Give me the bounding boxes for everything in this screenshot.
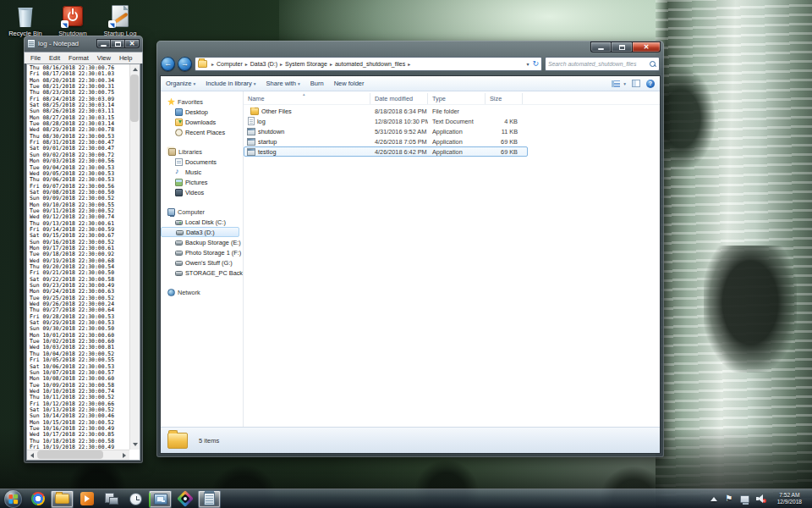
scroll-left-icon[interactable] xyxy=(27,450,37,461)
nav-item-documents[interactable]: Documents xyxy=(161,157,243,167)
explorer-titlebar[interactable]: ✕ xyxy=(156,41,664,52)
action-center-icon[interactable]: ⚑ xyxy=(724,494,734,504)
column-header-type[interactable]: Type xyxy=(428,93,486,104)
items-count: 5 items xyxy=(199,437,219,444)
taskbar-notepad-button[interactable] xyxy=(198,490,221,508)
nav-item-desktop[interactable]: Desktop xyxy=(161,107,243,117)
minimize-button[interactable] xyxy=(590,41,612,52)
chevron-right-icon[interactable]: ▸ xyxy=(405,61,413,67)
file-row-testlog[interactable]: testlog 4/26/2018 6:42 PM Application 69… xyxy=(244,146,528,157)
taskbar-display-app-button[interactable] xyxy=(149,490,172,508)
chevron-right-icon[interactable]: ▸ xyxy=(243,61,250,67)
vertical-scrollbar[interactable] xyxy=(129,64,140,450)
file-row-other-files[interactable]: Other Files 8/18/2018 6:34 PM File folde… xyxy=(244,106,660,116)
taskbar-chrome-button[interactable] xyxy=(26,490,49,508)
new-folder-button[interactable]: New folder xyxy=(334,80,365,87)
taskbar-clock-app-button[interactable] xyxy=(124,490,147,508)
column-header-name[interactable]: Name xyxy=(244,93,370,104)
downloads-icon xyxy=(175,119,183,126)
network-tray-icon[interactable] xyxy=(740,494,750,504)
show-hidden-icons-button[interactable] xyxy=(710,497,717,501)
nav-item-data3-d[interactable]: Data3 (D:) xyxy=(161,227,239,237)
chevron-right-icon[interactable]: ▸ xyxy=(277,61,285,67)
shortcut-arrow-icon xyxy=(108,20,116,28)
menu-edit[interactable]: Edit xyxy=(45,54,64,62)
nav-item-photo-storage-f[interactable]: Photo Storage 1 (F:) xyxy=(161,247,243,257)
forward-button[interactable]: → xyxy=(178,57,192,71)
preview-pane-button[interactable] xyxy=(632,80,640,87)
horizontal-scrollbar[interactable] xyxy=(27,450,129,460)
include-in-library-button[interactable]: Include in library▾ xyxy=(206,80,255,87)
nav-item-local-disk-c[interactable]: Local Disk (C:) xyxy=(161,217,243,227)
nav-item-downloads[interactable]: Downloads xyxy=(161,117,243,127)
volume-tray-icon[interactable]: ✕ xyxy=(756,494,766,504)
notepad-window-title: log - Notepad xyxy=(38,40,96,47)
taskbar-media-player-button[interactable] xyxy=(75,490,98,508)
breadcrumb-item-computer[interactable]: Computer xyxy=(217,61,243,67)
address-dropdown-icon[interactable]: ▾ xyxy=(526,61,529,67)
nav-group-network[interactable]: Network xyxy=(161,287,243,297)
organize-button[interactable]: Organize▾ xyxy=(166,80,195,87)
desktop-icon-startup-log[interactable]: Startup Log xyxy=(96,2,144,39)
nav-item-owens-stuff-g[interactable]: Owen's Stuff (G:) xyxy=(161,257,243,268)
windows-logo-icon xyxy=(8,494,18,504)
computer-icon xyxy=(167,208,175,216)
drive-icon xyxy=(175,271,183,276)
refresh-icon[interactable]: ↻ xyxy=(532,60,539,68)
menu-view[interactable]: View xyxy=(93,54,115,62)
nav-item-pictures[interactable]: Pictures xyxy=(161,177,243,187)
nav-item-videos[interactable]: Videos xyxy=(161,187,243,197)
desktop-icon-shutdown[interactable]: Shutdown xyxy=(49,2,96,39)
breadcrumb-item-automated-shutdown-files[interactable]: automated_shutdown_files xyxy=(335,61,405,67)
scroll-up-icon[interactable] xyxy=(130,64,140,75)
column-header-date-modified[interactable]: Date modified xyxy=(370,93,428,104)
start-button[interactable] xyxy=(4,490,22,508)
maximize-button[interactable] xyxy=(111,39,125,48)
taskbar-viewer-button[interactable] xyxy=(173,490,196,508)
taskbar-clock[interactable]: 7:52 AM 12/9/2018 xyxy=(772,492,807,505)
nav-group-computer[interactable]: Computer xyxy=(161,207,243,217)
scroll-down-icon[interactable] xyxy=(130,439,140,450)
log-text[interactable]: Thu 08/16/2018 22:30:00.76 Fri 08/17/201… xyxy=(30,65,129,450)
breadcrumb[interactable]: ▸ Computer ▸ Data3 (D:) ▸ System Storage… xyxy=(195,57,542,71)
minimize-button[interactable] xyxy=(96,39,111,48)
chevron-right-icon[interactable]: ▸ xyxy=(327,61,335,67)
breadcrumb-item-data3[interactable]: Data3 (D:) xyxy=(250,61,277,67)
maximize-button[interactable] xyxy=(612,41,633,52)
search-input[interactable] xyxy=(548,61,650,67)
search-icon[interactable] xyxy=(650,61,656,68)
share-with-button[interactable]: Share with▾ xyxy=(266,80,300,87)
devices-icon xyxy=(105,493,118,505)
menu-format[interactable]: Format xyxy=(64,54,93,62)
help-button[interactable]: ? xyxy=(646,80,655,88)
column-header-size[interactable]: Size xyxy=(486,93,523,104)
scroll-right-icon[interactable] xyxy=(119,450,129,461)
close-button[interactable]: ✕ xyxy=(125,39,140,48)
nav-group-favorites[interactable]: Favorites xyxy=(161,97,243,107)
menu-help[interactable]: Help xyxy=(115,54,136,62)
notepad-titlebar[interactable]: log - Notepad ✕ xyxy=(24,36,143,52)
file-row-log[interactable]: log 12/8/2018 10:30 PM Text Document 4 K… xyxy=(244,116,660,126)
menu-file[interactable]: File xyxy=(26,54,45,62)
file-row-shutdown[interactable]: shutdown 5/31/2016 9:52 AM Application 1… xyxy=(244,126,660,136)
list-view-icon xyxy=(612,80,620,87)
nav-item-recent-places[interactable]: Recent Places xyxy=(161,127,243,137)
change-view-button[interactable]: ▾ xyxy=(612,80,626,87)
burn-button[interactable]: Burn xyxy=(310,80,324,87)
desktop-icon-recycle-bin[interactable]: Recycle Bin xyxy=(2,2,49,39)
nav-item-music[interactable]: Music xyxy=(161,167,243,177)
scrollbar-thumb[interactable] xyxy=(130,75,139,122)
close-button[interactable]: ✕ xyxy=(633,41,661,52)
column-headers: Name Date modified Type Size xyxy=(244,93,660,105)
breadcrumb-item-system-storage[interactable]: System Storage xyxy=(285,61,327,67)
notepad-text-area[interactable]: Thu 08/16/2018 22:30:00.76 Fri 08/17/201… xyxy=(26,64,140,461)
nav-group-libraries[interactable]: Libraries xyxy=(161,146,243,157)
back-button[interactable]: ← xyxy=(161,57,175,71)
nav-item-backup-storage-e[interactable]: Backup Storage (E:) xyxy=(161,237,243,247)
file-row-startup[interactable]: startup 4/26/2018 7:05 PM Application 69… xyxy=(244,136,660,146)
nav-item-storage-pc-backup[interactable]: STORAGE_PC Backu xyxy=(161,268,243,278)
taskbar-devices-button[interactable] xyxy=(100,490,123,508)
scrollbar-thumb[interactable] xyxy=(37,450,103,459)
taskbar-explorer-button[interactable] xyxy=(51,490,74,508)
explorer-window: ✕ ← → ▸ Computer ▸ Data3 (D:) ▸ System S… xyxy=(156,41,664,457)
